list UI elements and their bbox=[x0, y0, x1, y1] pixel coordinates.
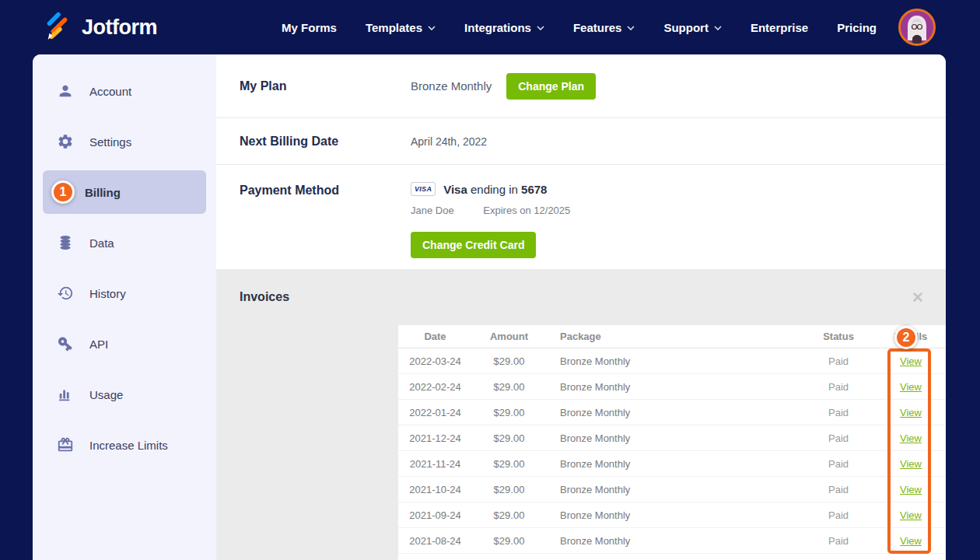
invoice-row: 2022-02-24 $29.00 Bronze Monthly Paid Vi… bbox=[398, 374, 946, 400]
sidebar-item-label: Usage bbox=[89, 388, 123, 401]
card-ending-text: ending in bbox=[471, 183, 518, 196]
account-sidebar: Account Settings 1 Billing Data bbox=[33, 54, 216, 560]
change-credit-card-button[interactable]: Change Credit Card bbox=[411, 232, 536, 258]
next-billing-date-row: Next Billing Date April 24th, 2022 bbox=[216, 118, 946, 165]
invoice-package: Bronze Monthly bbox=[546, 381, 801, 393]
annotation-step-2-badge: 2 bbox=[894, 326, 918, 349]
invoice-status: Paid bbox=[801, 355, 876, 367]
sidebar-item-account[interactable]: Account bbox=[43, 69, 206, 113]
my-plan-label: My Plan bbox=[216, 79, 411, 93]
invoice-amount: $29.00 bbox=[472, 432, 546, 444]
invoice-status: Paid bbox=[801, 381, 876, 393]
invoice-view-link[interactable]: View bbox=[900, 458, 922, 470]
invoice-row: 2021-12-24 $29.00 Bronze Monthly Paid Vi… bbox=[398, 425, 946, 451]
invoice-package: Bronze Monthly bbox=[546, 407, 801, 418]
invoice-row: 2022-01-24 $29.00 Bronze Monthly Paid Vi… bbox=[398, 400, 946, 425]
invoice-date: 2021-11-24 bbox=[398, 458, 472, 470]
invoice-amount: $29.00 bbox=[472, 381, 546, 393]
invoice-amount: $29.00 bbox=[472, 484, 546, 495]
invoice-status: Paid bbox=[801, 458, 876, 470]
card-last4: 5678 bbox=[521, 183, 547, 196]
chevron-down-icon bbox=[627, 26, 635, 30]
invoice-amount: $29.00 bbox=[472, 458, 546, 470]
gear-icon bbox=[54, 131, 76, 152]
next-billing-date-label: Next Billing Date bbox=[216, 135, 411, 149]
sidebar-item-label: Billing bbox=[85, 186, 121, 199]
nav-support[interactable]: Support bbox=[663, 21, 722, 34]
invoice-view-link[interactable]: View bbox=[900, 484, 922, 495]
card-holder-line: Jane Doe Expires on 12/2025 bbox=[411, 205, 570, 216]
invoice-package: Bronze Monthly bbox=[546, 509, 801, 521]
invoices-title: Invoices bbox=[240, 290, 289, 304]
invoice-view-link[interactable]: View bbox=[900, 509, 922, 521]
user-avatar[interactable] bbox=[898, 9, 936, 46]
history-clock-icon bbox=[54, 282, 76, 304]
invoice-amount: $29.00 bbox=[472, 355, 546, 367]
bar-chart-icon bbox=[54, 383, 76, 405]
invoice-status: Paid bbox=[801, 407, 876, 418]
invoice-status: Paid bbox=[801, 432, 876, 444]
invoices-table: Date Amount Package Status Details 2022-… bbox=[398, 325, 946, 560]
sidebar-item-data[interactable]: Data bbox=[43, 221, 206, 264]
invoice-date: 2021-12-24 bbox=[398, 432, 472, 444]
change-plan-button[interactable]: Change Plan bbox=[506, 73, 596, 100]
invoice-view-link[interactable]: View bbox=[900, 381, 922, 393]
invoices-table-header: Date Amount Package Status Details bbox=[398, 325, 946, 348]
top-nav: Jotform My Forms Templates Integrations … bbox=[0, 0, 980, 54]
nav-enterprise[interactable]: Enterprise bbox=[751, 21, 808, 34]
invoice-view-link[interactable]: View bbox=[900, 432, 922, 444]
invoice-package: Bronze Monthly bbox=[546, 484, 801, 495]
nav-features[interactable]: Features bbox=[573, 21, 635, 34]
user-icon bbox=[54, 80, 76, 102]
invoice-row: 2022-03-24 $29.00 Bronze Monthly Paid Vi… bbox=[398, 348, 946, 374]
jotform-logo[interactable]: Jotform bbox=[43, 10, 157, 44]
annotation-step-1-badge: 1 bbox=[51, 180, 75, 204]
nav-integrations[interactable]: Integrations bbox=[464, 21, 544, 34]
invoice-row: 2021-10-24 $29.00 Bronze Monthly Paid Vi… bbox=[398, 477, 946, 502]
sidebar-item-history[interactable]: History bbox=[43, 271, 206, 315]
visa-card-icon: VISA bbox=[411, 182, 436, 196]
nav-my-forms[interactable]: My Forms bbox=[282, 21, 337, 34]
sidebar-item-usage[interactable]: Usage bbox=[43, 373, 206, 416]
jotform-logo-icon bbox=[43, 10, 72, 44]
sidebar-item-settings[interactable]: Settings bbox=[43, 120, 206, 163]
invoice-amount: $29.00 bbox=[472, 535, 546, 547]
payment-method-label: Payment Method bbox=[216, 165, 411, 198]
sidebar-item-label: Account bbox=[89, 85, 131, 98]
sidebar-item-label: Increase Limits bbox=[89, 439, 168, 452]
card-brand: Visa bbox=[443, 183, 467, 196]
payment-method-row: Payment Method VISA Visa ending in 5678 … bbox=[216, 165, 946, 269]
current-plan-value: Bronze Monthly bbox=[411, 79, 492, 93]
chevron-down-icon bbox=[714, 26, 722, 30]
invoice-view-link[interactable]: View bbox=[900, 535, 922, 547]
invoice-status: Paid bbox=[801, 509, 876, 521]
sidebar-item-api[interactable]: API bbox=[43, 322, 206, 366]
invoice-amount: $29.00 bbox=[472, 407, 546, 418]
sidebar-item-increase-limits[interactable]: Increase Limits bbox=[43, 423, 206, 467]
invoice-date: 2022-02-24 bbox=[398, 381, 472, 393]
sidebar-item-label: History bbox=[89, 287, 126, 300]
invoice-view-link[interactable]: View bbox=[900, 355, 922, 367]
invoice-date: 2021-10-24 bbox=[398, 484, 472, 495]
card-expiry: Expires on 12/2025 bbox=[483, 205, 570, 216]
billing-main: My Plan Bronze Monthly Change Plan Next … bbox=[216, 54, 946, 560]
column-header-status: Status bbox=[801, 331, 876, 342]
invoices-section: Invoices ✕ Date Amount Package Status De… bbox=[216, 269, 946, 560]
sidebar-item-label: Settings bbox=[89, 135, 131, 149]
sidebar-item-billing[interactable]: 1 Billing bbox=[43, 170, 206, 214]
nav-templates[interactable]: Templates bbox=[366, 21, 436, 34]
invoice-package: Bronze Monthly bbox=[546, 535, 801, 547]
column-header-package: Package bbox=[546, 331, 801, 342]
invoices-table-body: 2022-03-24 $29.00 Bronze Monthly Paid Vi… bbox=[398, 348, 946, 554]
close-icon[interactable]: ✕ bbox=[912, 290, 924, 305]
my-plan-row: My Plan Bronze Monthly Change Plan bbox=[216, 54, 946, 118]
invoice-view-link[interactable]: View bbox=[900, 407, 922, 418]
invoice-status: Paid bbox=[801, 484, 876, 495]
nav-pricing[interactable]: Pricing bbox=[837, 21, 877, 34]
invoice-package: Bronze Monthly bbox=[546, 458, 801, 470]
invoice-row: 2021-08-24 $29.00 Bronze Monthly Paid Vi… bbox=[398, 528, 946, 554]
key-icon bbox=[54, 333, 76, 355]
database-icon bbox=[54, 232, 76, 254]
column-header-date: Date bbox=[398, 331, 472, 342]
invoice-amount: $29.00 bbox=[472, 509, 546, 521]
